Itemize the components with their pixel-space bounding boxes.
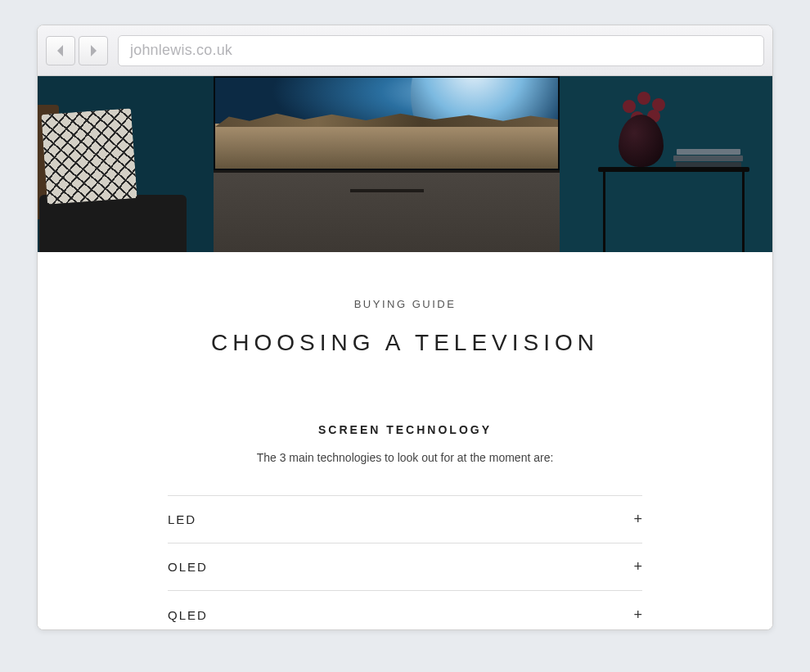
accordion-label: OLED <box>168 560 208 574</box>
cushion <box>41 108 137 204</box>
accordion-item-oled[interactable]: OLED + <box>168 543 642 591</box>
accordion-item-qled[interactable]: QLED + <box>168 591 642 630</box>
plus-icon: + <box>633 607 642 624</box>
browser-toolbar: johnlewis.co.uk <box>38 25 772 76</box>
browser-window: johnlewis.co.uk BUYING GUIDE CHOOSING A … <box>37 25 773 630</box>
page-content: BUYING GUIDE CHOOSING A TELEVISION SCREE… <box>38 252 772 629</box>
accordion-label: LED <box>168 512 196 526</box>
address-bar[interactable]: johnlewis.co.uk <box>118 35 764 66</box>
accordion-item-led[interactable]: LED + <box>168 496 642 543</box>
flowers <box>623 88 680 121</box>
accordion-label: QLED <box>168 608 208 622</box>
section-subtext: The 3 main technologies to look out for … <box>70 451 740 464</box>
tv-cabinet <box>214 170 560 252</box>
tv-screen <box>214 76 560 170</box>
accordion: LED + OLED + QLED + <box>168 495 642 630</box>
back-button[interactable] <box>46 36 75 65</box>
chevron-right-icon <box>88 44 99 57</box>
plus-icon: + <box>633 511 642 528</box>
forward-button[interactable] <box>79 36 108 65</box>
side-table <box>598 129 749 252</box>
hero-image <box>38 76 772 252</box>
address-bar-url: johnlewis.co.uk <box>130 42 232 59</box>
chevron-left-icon <box>55 44 66 57</box>
books <box>673 149 743 167</box>
page-title: CHOOSING A TELEVISION <box>70 330 740 356</box>
plus-icon: + <box>633 558 642 575</box>
armchair <box>38 97 196 252</box>
section-heading: SCREEN TECHNOLOGY <box>70 423 740 436</box>
eyebrow-text: BUYING GUIDE <box>70 298 740 310</box>
